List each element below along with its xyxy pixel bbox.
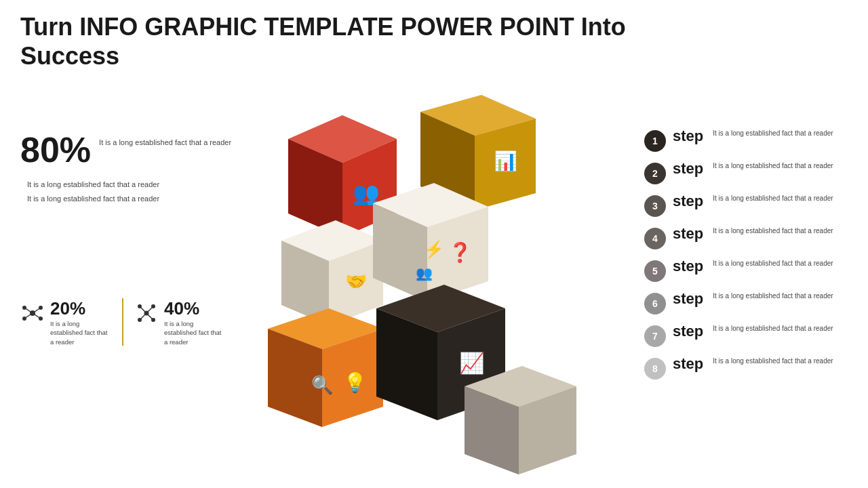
svg-line-16 <box>140 313 146 320</box>
step-label-4: step <box>673 226 703 241</box>
step-label-6: step <box>673 291 703 306</box>
step-circle-3: 3 <box>644 195 666 217</box>
step-circle-2: 2 <box>644 163 666 184</box>
stat-80-text: It is a long established fact that a rea… <box>99 132 231 148</box>
step-circle-1: 1 <box>644 130 666 152</box>
page-title: Turn INFO GRAPHIC TEMPLATE POWER POINT I… <box>20 12 631 70</box>
step-content-4: stepIt is a long established fact that a… <box>673 226 833 241</box>
svg-text:🤝: 🤝 <box>345 270 368 292</box>
step-text-3: It is a long established fact that a rea… <box>713 194 833 203</box>
step-label-5: step <box>673 259 703 274</box>
sub-texts-container: It is a long established fact that a rea… <box>27 180 237 205</box>
stat-40-text: It is a long established fact that a rea… <box>164 319 225 346</box>
step-circle-5: 5 <box>644 260 666 282</box>
step-content-6: stepIt is a long established fact that a… <box>673 291 833 306</box>
step-text-8: It is a long established fact that a rea… <box>713 357 833 366</box>
bottom-stats-container: 20% It is a long established fact that a… <box>20 298 225 346</box>
step-content-8: stepIt is a long established fact that a… <box>673 357 833 371</box>
step-label-8: step <box>673 357 703 371</box>
step-label-3: step <box>673 194 703 209</box>
step-content-5: stepIt is a long established fact that a… <box>673 259 833 274</box>
svg-text:💡: 💡 <box>343 371 367 394</box>
cubes-area: 👥 📊 🤝 ❓ 💡 📈 <box>224 95 624 488</box>
svg-line-15 <box>146 306 153 313</box>
step-circle-7: 7 <box>644 325 666 347</box>
svg-line-5 <box>24 308 33 313</box>
svg-line-7 <box>24 313 33 319</box>
step-item-8: 8stepIt is a long established fact that … <box>644 357 854 380</box>
step-item-6: 6stepIt is a long established fact that … <box>644 291 854 314</box>
step-label-2: step <box>673 161 703 176</box>
step-circle-6: 6 <box>644 293 666 314</box>
left-stats-panel: 80% It is a long established fact that a… <box>20 132 237 225</box>
step-item-3: 3stepIt is a long established fact that … <box>644 194 854 217</box>
svg-text:⚡: ⚡ <box>424 239 444 259</box>
stats-divider <box>122 298 123 346</box>
step-item-7: 7stepIt is a long established fact that … <box>644 324 854 347</box>
stat-20-content: 20% It is a long established fact that a… <box>50 298 111 346</box>
svg-line-8 <box>33 313 41 319</box>
stat-80-number: 80% <box>20 132 91 167</box>
step-text-4: It is a long established fact that a rea… <box>713 226 833 236</box>
sub-text-1: It is a long established fact that a rea… <box>27 180 237 190</box>
step-label-1: step <box>673 129 703 144</box>
svg-text:📈: 📈 <box>459 351 485 375</box>
sub-text-2: It is a long established fact that a rea… <box>27 194 237 204</box>
svg-line-17 <box>146 313 153 320</box>
step-item-5: 5stepIt is a long established fact that … <box>644 259 854 282</box>
step-text-1: It is a long established fact that a rea… <box>713 129 833 138</box>
svg-text:📊: 📊 <box>494 150 517 172</box>
cubes-svg: 👥 📊 🤝 ❓ 💡 📈 <box>224 95 624 488</box>
step-content-2: stepIt is a long established fact that a… <box>673 161 833 176</box>
stat-20-text: It is a long established fact that a rea… <box>50 319 111 346</box>
stat-20-container: 20% It is a long established fact that a… <box>20 298 111 346</box>
stat-40-number: 40% <box>164 298 225 319</box>
step-text-5: It is a long established fact that a rea… <box>713 259 833 268</box>
svg-text:❓: ❓ <box>448 241 472 264</box>
step-content-3: stepIt is a long established fact that a… <box>673 194 833 209</box>
step-text-2: It is a long established fact that a rea… <box>713 161 833 171</box>
network-icon-1 <box>20 301 45 330</box>
stat-20-number: 20% <box>50 298 111 319</box>
svg-line-6 <box>33 308 41 313</box>
svg-line-14 <box>140 306 146 313</box>
step-content-1: stepIt is a long established fact that a… <box>673 129 833 144</box>
step-circle-4: 4 <box>644 228 666 249</box>
network-icon-2 <box>134 301 159 330</box>
svg-text:👥: 👥 <box>416 265 433 281</box>
stat-80-container: 80% It is a long established fact that a… <box>20 132 237 167</box>
stat-40-content: 40% It is a long established fact that a… <box>164 298 225 346</box>
stat-40-container: 40% It is a long established fact that a… <box>134 298 225 346</box>
step-item-2: 2stepIt is a long established fact that … <box>644 161 854 184</box>
step-item-4: 4stepIt is a long established fact that … <box>644 226 854 249</box>
step-circle-8: 8 <box>644 358 666 380</box>
step-text-6: It is a long established fact that a rea… <box>713 291 833 301</box>
step-content-7: stepIt is a long established fact that a… <box>673 324 833 339</box>
steps-list: 1stepIt is a long established fact that … <box>644 129 854 389</box>
step-label-7: step <box>673 324 703 339</box>
step-item-1: 1stepIt is a long established fact that … <box>644 129 854 152</box>
step-text-7: It is a long established fact that a rea… <box>713 324 833 333</box>
svg-text:🔍: 🔍 <box>311 374 334 396</box>
